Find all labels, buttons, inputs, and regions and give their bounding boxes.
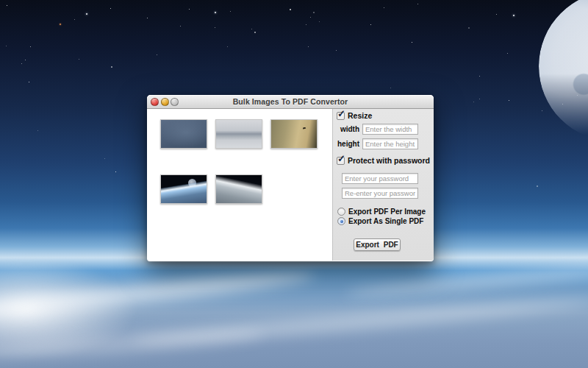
thumbnail-misty-blue-sky[interactable] — [160, 119, 207, 149]
star — [37, 130, 38, 131]
earth-horizon — [160, 180, 207, 204]
height-input[interactable] — [362, 138, 418, 149]
thumbnail-earth-cloud-band[interactable] — [215, 174, 262, 204]
star — [310, 17, 311, 18]
checkmark-icon: ✓ — [337, 108, 345, 119]
star — [417, 4, 418, 4]
image-gallery — [147, 109, 332, 261]
star — [479, 99, 480, 99]
zoom-button-disabled — [171, 98, 179, 106]
star — [496, 14, 497, 15]
thumbnail-golden-cliff[interactable] — [270, 119, 318, 149]
export-single-pdf-radio[interactable] — [337, 217, 345, 225]
checkmark-icon: ✓ — [337, 153, 345, 164]
star — [110, 8, 111, 9]
star — [189, 9, 190, 10]
export-per-image-radio[interactable] — [337, 208, 345, 216]
star — [215, 27, 215, 28]
star — [412, 42, 412, 43]
star — [507, 53, 508, 54]
star — [157, 54, 157, 55]
window-title: Bulk Images To PDF Convertor — [147, 97, 434, 106]
star — [115, 171, 116, 172]
cloud-streak — [345, 261, 588, 300]
star — [542, 110, 542, 111]
star — [254, 32, 256, 33]
star — [215, 12, 216, 13]
close-button[interactable] — [151, 98, 159, 106]
star — [60, 24, 61, 25]
moon — [539, 0, 588, 141]
resize-label[interactable]: Resize — [348, 111, 372, 120]
thumbnail-foggy-lake[interactable] — [215, 119, 262, 149]
minimize-button[interactable] — [161, 98, 169, 106]
star — [479, 76, 480, 77]
width-input[interactable] — [362, 124, 418, 135]
protect-password-checkbox[interactable]: ✓ — [337, 157, 345, 165]
star — [147, 18, 148, 18]
star — [513, 15, 514, 16]
star — [384, 7, 384, 8]
width-label: width — [333, 125, 359, 133]
star — [6, 46, 7, 46]
star — [308, 46, 309, 47]
star — [319, 21, 320, 22]
star — [79, 59, 79, 60]
star — [473, 102, 474, 102]
height-label: height — [333, 140, 359, 148]
star — [370, 24, 371, 25]
star — [21, 63, 22, 64]
star — [29, 82, 29, 82]
star — [104, 158, 105, 159]
star — [336, 50, 337, 51]
password-confirm-input[interactable] — [342, 188, 418, 199]
star — [537, 185, 538, 187]
app-window: Bulk Images To PDF Convertor ✓ Resize — [147, 95, 434, 261]
star — [86, 13, 87, 15]
title-bar[interactable]: Bulk Images To PDF Convertor — [147, 95, 434, 109]
star — [74, 19, 75, 20]
star — [306, 24, 306, 25]
export-pdf-button[interactable]: Export PDF — [354, 238, 401, 251]
star — [25, 60, 26, 60]
star — [30, 46, 31, 47]
protect-password-label[interactable]: Protect with password — [348, 156, 430, 165]
star — [509, 100, 509, 101]
cliff-scene — [271, 120, 317, 148]
star — [390, 88, 391, 88]
star — [290, 9, 291, 10]
settings-panel: ✓ Resize width height ✓ Protect with pas… — [332, 109, 434, 261]
password-input[interactable] — [342, 173, 418, 184]
resize-checkbox[interactable]: ✓ — [337, 112, 345, 120]
star — [468, 27, 470, 29]
star — [7, 5, 7, 6]
star — [180, 26, 181, 26]
star — [111, 66, 112, 68]
thumbnail-earth-horizon-moon[interactable] — [160, 174, 207, 204]
star — [313, 12, 315, 13]
star — [227, 46, 228, 47]
star — [251, 29, 252, 29]
export-single-pdf-label[interactable]: Export As Single PDF — [348, 217, 423, 225]
export-per-image-label[interactable]: Export PDF Per Image — [348, 208, 426, 216]
star — [230, 11, 231, 12]
